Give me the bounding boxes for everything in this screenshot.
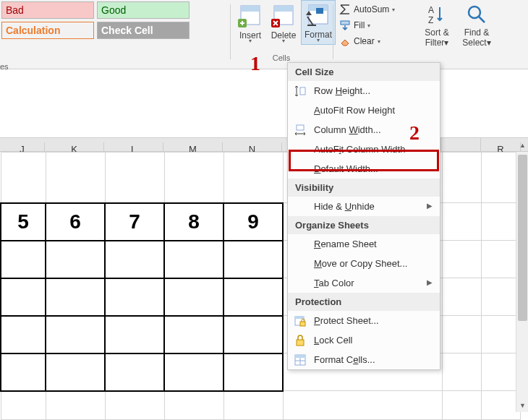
cell-m[interactable]: 8 xyxy=(164,203,223,241)
svg-text:A: A xyxy=(428,5,434,15)
magnifier-icon xyxy=(465,3,488,26)
column-header-row[interactable]: JKLMNR xyxy=(0,137,528,152)
row-height-icon xyxy=(294,85,307,98)
lock-icon xyxy=(294,334,307,347)
sigma-icon xyxy=(339,4,351,14)
sort-filter-label-2: Filter xyxy=(425,38,445,48)
sort-filter-button[interactable]: AZ Sort & Filter▾ xyxy=(420,3,454,48)
svg-marker-11 xyxy=(341,40,349,46)
insert-cells-icon xyxy=(237,1,264,29)
menu-item-row-height[interactable]: Row Height... xyxy=(288,81,440,100)
submenu-arrow-icon: ▶ xyxy=(427,202,433,210)
menu-header-organize-sheets: Organize Sheets xyxy=(288,216,440,234)
svg-rect-16 xyxy=(297,125,304,130)
svg-rect-18 xyxy=(295,317,304,319)
delete-button[interactable]: Delete ▾ xyxy=(268,1,299,43)
style-good[interactable]: Good xyxy=(97,1,190,19)
delete-cells-icon xyxy=(270,1,297,29)
editing-group: AutoSum▾ Fill▾ Clear▾ AZ Sort & Filter▾ … xyxy=(336,1,524,64)
cell-k[interactable]: 6 xyxy=(46,203,105,241)
format-button[interactable]: Format ▾ xyxy=(301,0,336,45)
menu-item-move-copy-sheet[interactable]: Move or Copy Sheet... xyxy=(288,254,440,273)
menu-item-tab-color[interactable]: Tab Color▶ xyxy=(288,273,440,293)
format-cells-dialog-icon xyxy=(294,353,307,367)
cell-n[interactable]: 9 xyxy=(223,203,283,241)
sort-filter-icon: AZ xyxy=(425,3,448,26)
svg-rect-1 xyxy=(241,6,260,12)
menu-header-protection: Protection xyxy=(288,293,440,311)
insert-button[interactable]: Insert ▾ xyxy=(234,1,266,43)
chevron-down-icon: ▾ xyxy=(487,38,491,48)
fill-down-icon xyxy=(339,20,351,30)
menu-item-format-cells[interactable]: Format Cells... xyxy=(288,350,440,369)
vertical-scrollbar[interactable]: ▲ ▼ xyxy=(516,152,528,412)
menu-item-default-width[interactable]: Default Width... xyxy=(288,159,440,179)
menu-item-lock-cell[interactable]: Lock Cell xyxy=(288,330,440,350)
fill-label: Fill xyxy=(354,20,365,30)
format-dropdown-menu: Cell Size Row Height... AutoFit Row Heig… xyxy=(287,62,440,370)
menu-item-hide-unhide[interactable]: Hide & Unhide▶ xyxy=(288,197,440,216)
cells-group: Insert ▾ Delete ▾ Format ▾ Cells xyxy=(234,0,328,62)
svg-rect-20 xyxy=(297,340,304,346)
chevron-down-icon: ▾ xyxy=(378,38,380,45)
svg-point-14 xyxy=(469,7,480,18)
menu-item-column-width[interactable]: Column Width... xyxy=(288,120,440,140)
ribbon: Bad Good Calculation Check Cell es Inser… xyxy=(0,0,528,69)
scroll-down-arrow-icon[interactable]: ▼ xyxy=(516,400,528,412)
svg-rect-19 xyxy=(300,322,305,326)
menu-header-visibility: Visibility xyxy=(288,179,440,197)
svg-rect-15 xyxy=(300,87,305,95)
svg-rect-4 xyxy=(274,6,293,12)
svg-rect-8 xyxy=(316,8,323,14)
find-select-label-2: Select xyxy=(462,38,486,48)
svg-rect-22 xyxy=(295,355,305,358)
style-calculation[interactable]: Calculation xyxy=(1,22,94,39)
menu-item-autofit-column-width[interactable]: AutoFit Column Width xyxy=(288,140,440,159)
eraser-icon xyxy=(339,36,351,46)
cell-styles-gallery[interactable]: Bad Good Calculation Check Cell xyxy=(1,1,190,49)
menu-header-cell-size: Cell Size xyxy=(288,63,440,81)
column-width-icon xyxy=(294,124,307,137)
format-cells-icon xyxy=(305,1,332,28)
clear-label: Clear xyxy=(354,36,375,46)
cell-l[interactable]: 7 xyxy=(105,203,164,241)
scroll-up-arrow-icon[interactable]: ▲ xyxy=(516,140,528,152)
sort-filter-label-1: Sort & xyxy=(425,27,448,38)
find-select-button[interactable]: Find & Select▾ xyxy=(459,3,494,48)
menu-item-protect-sheet[interactable]: Protect Sheet... xyxy=(288,311,440,330)
svg-rect-10 xyxy=(341,21,349,25)
chevron-down-icon: ▾ xyxy=(392,7,395,13)
autosum-label: AutoSum xyxy=(354,4,389,14)
protect-sheet-icon xyxy=(294,314,307,327)
submenu-arrow-icon: ▶ xyxy=(427,278,433,286)
style-bad[interactable]: Bad xyxy=(1,1,94,19)
svg-text:Z: Z xyxy=(428,15,433,25)
group-label-styles-truncated: es xyxy=(0,62,9,71)
menu-item-autofit-row-height[interactable]: AutoFit Row Height xyxy=(288,100,440,120)
menu-item-rename-sheet[interactable]: Rename Sheet xyxy=(288,234,440,254)
scrollbar-thumb[interactable] xyxy=(518,155,527,321)
col-header-blank[interactable] xyxy=(441,138,481,153)
chevron-down-icon: ▾ xyxy=(367,22,370,29)
cell-j[interactable]: 5 xyxy=(1,203,46,241)
chevron-down-icon: ▾ xyxy=(444,38,448,48)
style-check-cell[interactable]: Check Cell xyxy=(97,22,190,39)
cells-group-label: Cells xyxy=(234,53,328,62)
find-select-label-1: Find & xyxy=(464,27,490,38)
